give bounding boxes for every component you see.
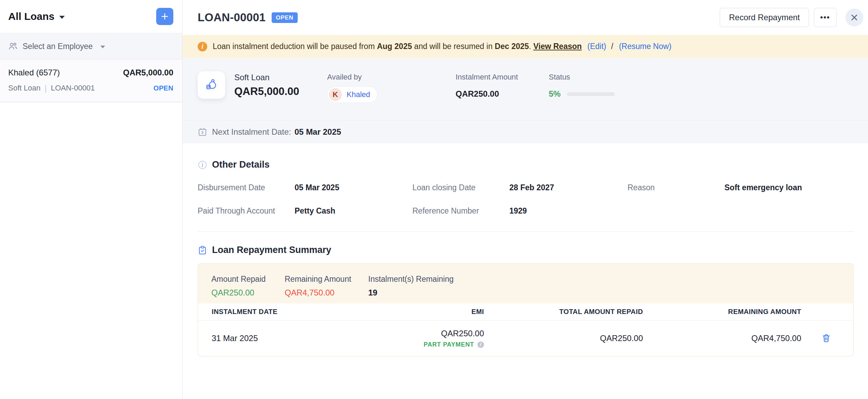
people-icon [8, 41, 18, 51]
employee-name-link: Khaled [347, 90, 370, 99]
stat-value: QAR4,750.00 [285, 288, 368, 298]
banner-text: Loan instalment deduction will be paused… [213, 42, 671, 51]
cell-instalment-date: 31 Mar 2025 [198, 334, 349, 343]
field-value: 05 Mar 2025 [295, 183, 339, 192]
more-options-button[interactable]: ••• [814, 8, 836, 27]
repayment-table: INSTALMENT DATE EMI TOTAL AMOUNT REPAID … [198, 303, 853, 356]
avatar: K [329, 88, 342, 101]
cell-emi: QAR250.00 PART PAYMENT i [349, 329, 484, 348]
status-badge: OPEN [272, 12, 297, 23]
loan-type: Soft Loan [8, 84, 40, 93]
chevron-down-icon [59, 16, 65, 19]
field-label: Reference Number [412, 206, 509, 216]
banner-text-mid: and will be resumed in [412, 42, 495, 51]
next-instalment-row: Next Instalment Date: 05 Mar 2025 [183, 120, 868, 143]
instalment-amount-block: Instalment Amount QAR250.00 [456, 73, 549, 99]
table-header-row: INSTALMENT DATE EMI TOTAL AMOUNT REPAID … [198, 303, 853, 321]
all-loans-dropdown[interactable]: All Loans [8, 11, 65, 22]
stat-label: Remaining Amount [285, 275, 368, 284]
employee-filter-dropdown[interactable]: Select an Employee [0, 33, 182, 60]
detail-topbar: LOAN-00001 OPEN Record Repayment ••• [183, 0, 868, 35]
stat-amount-repaid: Amount Repaid QAR250.00 [211, 275, 285, 303]
emi-amount: QAR250.00 [441, 329, 484, 338]
loan-amount: QAR5,000.00 [123, 68, 173, 77]
trash-icon [821, 333, 831, 343]
field-value: Soft emergency loan [724, 183, 802, 192]
status-percent: 5% [549, 89, 561, 99]
employee-chip[interactable]: K Khaled [327, 86, 377, 103]
other-details-header: Other Details [183, 159, 868, 170]
calendar-next-icon [198, 127, 207, 137]
other-details-grid: Disbursement Date 05 Mar 2025 Loan closi… [198, 183, 853, 216]
view-reason-link[interactable]: View Reason [533, 42, 582, 51]
field-disbursement-date: Disbursement Date 05 Mar 2025 [198, 183, 412, 192]
chevron-down-icon [100, 46, 105, 48]
availed-by-block: Availed by K Khaled [327, 73, 456, 103]
next-instalment-label: Next Instalment Date: [212, 127, 291, 137]
info-circle-icon [198, 160, 207, 170]
other-details-title: Other Details [212, 159, 270, 170]
loan-status-open: OPEN [153, 84, 173, 92]
table-row: 31 Mar 2025 QAR250.00 PART PAYMENT i QAR… [198, 321, 853, 356]
stat-label: Instalment(s) Remaining [368, 275, 454, 284]
instalment-amount-label: Instalment Amount [456, 73, 549, 82]
field-label: Reason [628, 183, 724, 192]
progress-bar [567, 92, 615, 96]
section-divider [198, 231, 854, 232]
repayment-stats: Amount Repaid QAR250.00 Remaining Amount… [198, 264, 853, 303]
repayment-card: Amount Repaid QAR250.00 Remaining Amount… [198, 263, 854, 356]
field-label: Loan closing Date [412, 183, 509, 192]
col-header-total-repaid: TOTAL AMOUNT REPAID [484, 308, 643, 316]
banner-paused-month: Aug 2025 [377, 42, 412, 51]
loan-list-item[interactable]: Khaled (6577) QAR5,000.00 Soft Loan | LO… [0, 60, 182, 102]
edit-pause-link[interactable]: (Edit) [587, 42, 606, 51]
pause-warning-banner: i Loan instalment deduction will be paus… [183, 35, 868, 58]
field-reason: Reason Soft emergency loan [628, 183, 853, 192]
field-label: Disbursement Date [198, 183, 295, 192]
loan-icon-card [198, 71, 225, 99]
app-window: All Loans Select an Employee Khaled (657… [0, 0, 868, 399]
loan-employee-name: Khaled (6577) [8, 68, 60, 77]
field-loan-closing-date: Loan closing Date 28 Feb 2027 [412, 183, 628, 192]
add-loan-button[interactable] [156, 8, 173, 25]
clipboard-check-icon [198, 245, 207, 255]
loan-type-block: Soft Loan QAR5,000.00 [234, 73, 327, 98]
part-payment-tag: PART PAYMENT [424, 341, 474, 348]
field-value: Petty Cash [295, 206, 335, 216]
field-reference-number: Reference Number 1929 [412, 206, 628, 216]
status-label: Status [549, 73, 615, 82]
close-icon [851, 14, 858, 21]
status-block: Status 5% [549, 73, 615, 99]
warning-info-icon: i [198, 42, 207, 51]
loan-id: LOAN-00001 [51, 84, 95, 93]
col-header-emi: EMI [349, 308, 484, 316]
loan-detail-panel: LOAN-00001 OPEN Record Repayment ••• i L… [183, 0, 868, 399]
col-header-remaining: REMAINING AMOUNT [643, 308, 801, 316]
divider: | [45, 83, 47, 93]
resume-now-link[interactable]: (Resume Now) [619, 42, 671, 51]
field-value: 1929 [509, 206, 527, 216]
loan-type-label: Soft Loan [234, 73, 327, 82]
record-repayment-button[interactable]: Record Repayment [720, 8, 809, 27]
col-header-instalment-date: INSTALMENT DATE [198, 308, 349, 316]
repayment-summary-title: Loan Repayment Summary [212, 245, 331, 255]
page-title: LOAN-00001 [198, 11, 265, 24]
banner-resumed-month: Dec 2025 [495, 42, 529, 51]
stat-value: QAR250.00 [211, 288, 285, 298]
part-payment-info-icon[interactable]: i [478, 341, 484, 348]
repayment-summary-header: Loan Repayment Summary [183, 245, 868, 255]
stat-instalments-remaining: Instalment(s) Remaining 19 [368, 275, 454, 303]
field-label: Paid Through Account [198, 206, 295, 216]
banner-slash: / [611, 42, 613, 51]
close-button[interactable] [845, 9, 863, 26]
instalment-amount-value: QAR250.00 [456, 89, 549, 99]
banner-text-pre: Loan instalment deduction will be paused… [213, 42, 377, 51]
delete-repayment-button[interactable] [821, 333, 831, 343]
sidebar-header: All Loans [0, 0, 182, 33]
next-instalment-value: 05 Mar 2025 [295, 127, 341, 137]
loan-summary-band: Soft Loan QAR5,000.00 Availed by K Khale… [183, 58, 868, 120]
field-paid-through-account: Paid Through Account Petty Cash [198, 206, 412, 216]
loans-sidebar: All Loans Select an Employee Khaled (657… [0, 0, 183, 399]
plus-icon [161, 12, 169, 21]
availed-by-label: Availed by [327, 73, 456, 82]
